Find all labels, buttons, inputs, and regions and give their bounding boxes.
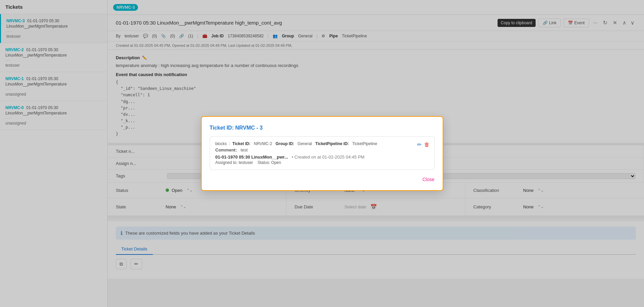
linked-ticket-id-label: Ticket ID: xyxy=(232,141,250,146)
modal-title: Ticket ID: NRVMC - 3 xyxy=(210,125,435,131)
link-comment: Comment: test xyxy=(215,147,429,152)
comment-label: Comment: xyxy=(215,147,237,152)
comment-value: test xyxy=(241,147,248,152)
modal-footer: Close xyxy=(210,177,435,182)
modal-overlay: Ticket ID: NRVMC - 3 blocks : Ticket ID:… xyxy=(0,0,644,307)
link-ticket-name: 01-01-1970 05:30 LinuxMon__pwr... • Crea… xyxy=(215,155,429,160)
group-id-value: General xyxy=(298,141,312,146)
link-edit-button[interactable]: ✏ xyxy=(417,141,421,148)
link-card-header: blocks : Ticket ID: NRVMC-2 Group ID: Ge… xyxy=(215,141,429,146)
link-created-on: • Created on at 01-02-2025 04:45 PM xyxy=(292,155,364,160)
link-type: blocks xyxy=(215,141,227,146)
link-card: blocks : Ticket ID: NRVMC-2 Group ID: Ge… xyxy=(210,136,435,170)
link-delete-button[interactable]: 🗑 xyxy=(424,141,430,148)
link-assigned-status: Assigned to: testuser Status: Open xyxy=(215,160,429,165)
group-id-label: Group ID: xyxy=(275,141,294,146)
modal-title-prefix: Ticket ID: xyxy=(210,125,234,131)
linked-ticket-id: NRVMC-2 xyxy=(254,141,272,146)
link-card-actions: ✏ 🗑 xyxy=(417,141,430,148)
ticket-link-modal: Ticket ID: NRVMC - 3 blocks : Ticket ID:… xyxy=(201,116,443,191)
modal-close-button[interactable]: Close xyxy=(422,177,435,182)
pipeline-value: TicketPipeline xyxy=(352,141,377,146)
modal-ticket-id: NRVMC - 3 xyxy=(235,125,263,131)
pipeline-label: TicketPipeline ID: xyxy=(315,141,349,146)
